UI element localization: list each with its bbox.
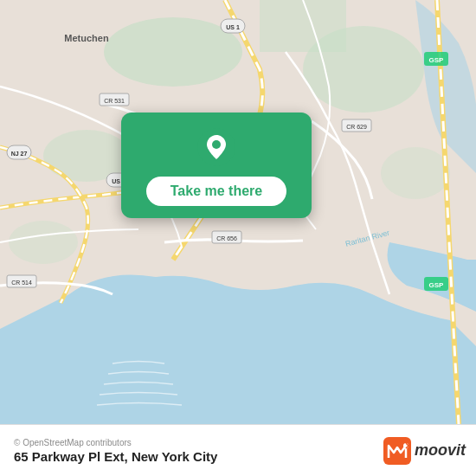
svg-point-28 <box>212 140 221 149</box>
bottom-bar: © OpenStreetMap contributors 65 Parkway … <box>0 424 476 476</box>
svg-rect-3 <box>260 0 346 52</box>
location-card: Take me there <box>121 113 312 218</box>
svg-point-6 <box>381 147 450 199</box>
moovit-text: moovit <box>415 441 466 460</box>
take-me-there-button[interactable]: Take me there <box>146 177 286 206</box>
svg-text:CR 531: CR 531 <box>104 98 125 104</box>
svg-text:CR 514: CR 514 <box>11 280 32 286</box>
svg-text:NJ 27: NJ 27 <box>11 151 28 157</box>
svg-text:GSP: GSP <box>429 56 445 64</box>
svg-text:GSP: GSP <box>429 281 445 289</box>
svg-text:US 1: US 1 <box>226 24 240 30</box>
location-pin-icon <box>197 128 235 166</box>
moovit-logo: moovit <box>383 437 466 465</box>
svg-point-5 <box>9 221 78 264</box>
bottom-left-info: © OpenStreetMap contributors 65 Parkway … <box>14 438 217 464</box>
svg-text:CR 629: CR 629 <box>346 124 367 130</box>
moovit-icon <box>383 437 411 465</box>
osm-attribution: © OpenStreetMap contributors <box>14 438 217 447</box>
svg-text:Metuchen: Metuchen <box>64 33 109 43</box>
location-title: 65 Parkway Pl Ext, New York City <box>14 449 217 464</box>
map-container: Raritan River GSP GSP US 1 US 1 NJ 27 CR… <box>0 0 476 424</box>
svg-text:CR 656: CR 656 <box>216 235 237 241</box>
